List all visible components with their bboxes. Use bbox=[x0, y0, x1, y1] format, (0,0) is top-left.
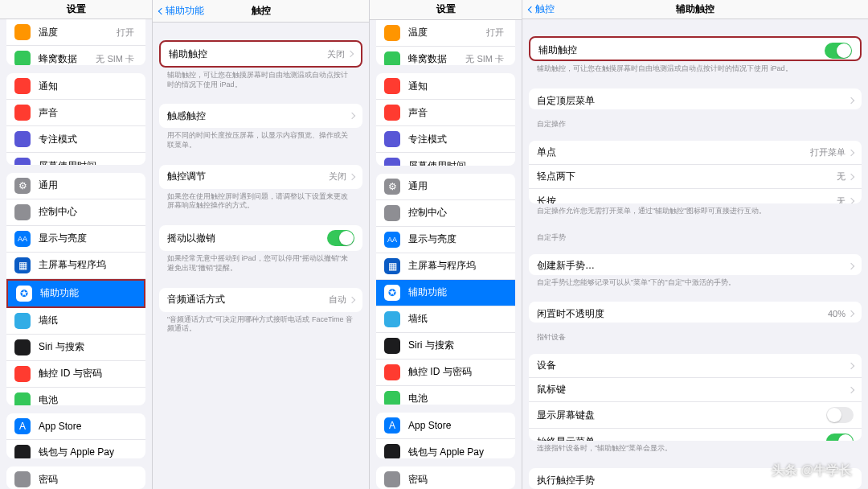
chevron-right-icon bbox=[848, 362, 854, 368]
row-control-center[interactable]: 控制中心 bbox=[6, 199, 145, 226]
row-temp[interactable]: 温度打开 bbox=[6, 19, 145, 46]
shake-toggle[interactable] bbox=[327, 230, 354, 246]
row-cellular[interactable]: 蜂窝数据无 SIM 卡 bbox=[376, 47, 515, 66]
back-button[interactable]: 辅助功能 bbox=[159, 4, 204, 18]
gear-icon: ⚙ bbox=[384, 179, 400, 195]
chevron-right-icon bbox=[349, 296, 355, 302]
back-button[interactable]: 触控 bbox=[529, 2, 555, 16]
chevron-right-icon bbox=[848, 173, 854, 179]
group-general: ⚙通用 控制中心 AA显示与亮度 ▦主屏幕与程序坞 ✪辅助功能 墙纸 Siri … bbox=[6, 173, 145, 405]
row-home[interactable]: ▦主屏幕与程序坞 bbox=[376, 253, 515, 280]
row-notifications[interactable]: 通知 bbox=[6, 73, 145, 100]
row-sound[interactable]: 声音 bbox=[376, 100, 515, 126]
row-shake-undo[interactable]: 摇动以撤销 bbox=[159, 225, 362, 251]
row-assistive-touch[interactable]: 辅助触控关闭 bbox=[161, 42, 361, 66]
row-battery[interactable]: 电池 bbox=[6, 388, 145, 405]
row-notifications[interactable]: 通知 bbox=[376, 73, 515, 100]
row-siri[interactable]: Siri 与搜索 bbox=[6, 335, 145, 361]
detail-header-1: 辅助功能 触控 bbox=[153, 0, 369, 23]
row-password[interactable]: 密码 bbox=[376, 466, 515, 489]
row-screentime[interactable]: 屏幕使用时间 bbox=[376, 153, 515, 165]
wallpaper-icon bbox=[384, 311, 400, 327]
siri-icon bbox=[384, 338, 400, 354]
row-accessibility[interactable]: ✪辅助功能 bbox=[6, 279, 145, 308]
sidebar-header: 设置 bbox=[370, 0, 522, 20]
row-focus[interactable]: 专注模式 bbox=[376, 126, 515, 153]
row-wallpaper[interactable]: 墙纸 bbox=[376, 306, 515, 333]
row-double-tap[interactable]: 轻点两下无 bbox=[529, 165, 862, 189]
focus-icon bbox=[14, 131, 31, 147]
row-siri[interactable]: Siri 与搜索 bbox=[376, 333, 515, 360]
group-pointer: 设备 鼠标键 显示屏幕键盘 始终显示菜单 bbox=[529, 354, 862, 441]
always-show-toggle[interactable] bbox=[826, 434, 854, 441]
row-touchid[interactable]: 触控 ID 与密码 bbox=[376, 360, 515, 386]
row-haptic[interactable]: 触感触控 bbox=[159, 104, 362, 128]
control-icon bbox=[14, 204, 31, 220]
row-appstore[interactable]: AApp Store bbox=[376, 413, 515, 439]
footnote-1: 辅助触控，可让您在触摸屏幕时自由地测温或自动点按计时的情况下使用 iPad。 bbox=[153, 68, 369, 96]
page-title: 辅助触控 bbox=[676, 2, 714, 16]
detail-header-2: 触控 辅助触控 bbox=[522, 0, 868, 19]
row-temp[interactable]: 温度打开 bbox=[376, 20, 515, 47]
row-focus[interactable]: 专注模式 bbox=[6, 126, 145, 153]
siri-icon bbox=[14, 339, 31, 355]
row-top-menu[interactable]: 自定顶层菜单 bbox=[529, 88, 862, 109]
row-general[interactable]: ⚙通用 bbox=[376, 174, 515, 200]
gear-icon: ⚙ bbox=[14, 178, 31, 194]
row-home[interactable]: ▦主屏幕与程序坞 bbox=[6, 253, 145, 279]
touchid-icon bbox=[384, 364, 400, 380]
battery-icon bbox=[384, 391, 400, 405]
row-touch-accom[interactable]: 触控调节关闭 bbox=[159, 165, 362, 189]
row-mouse-keys[interactable]: 鼠标键 bbox=[529, 378, 862, 402]
cellular-icon bbox=[384, 51, 400, 66]
assistive-toggle[interactable] bbox=[825, 43, 852, 59]
group-password: 密码 bbox=[6, 466, 145, 489]
row-display[interactable]: AA显示与亮度 bbox=[6, 226, 145, 253]
detail-assistive: 触控 辅助触控 辅助触控 辅助触控，可让您在触摸屏幕时自由地测温或自动点按计时的… bbox=[522, 0, 868, 489]
row-device[interactable]: 设备 bbox=[529, 354, 862, 378]
footnote-5: "音频通话方式"可决定用哪种方式接听电话或 FaceTime 音频通话。 bbox=[153, 312, 369, 340]
row-touchid[interactable]: 触控 ID 与密码 bbox=[6, 361, 145, 388]
chevron-right-icon bbox=[848, 262, 854, 269]
assistive-toggle-highlight: 辅助触控 bbox=[529, 36, 862, 62]
row-general[interactable]: ⚙通用 bbox=[6, 173, 145, 199]
password-icon bbox=[14, 471, 31, 487]
group-actions: 单点打开菜单 轻点两下无 长按无 bbox=[529, 141, 862, 203]
row-accessibility[interactable]: ✪辅助功能 bbox=[376, 280, 515, 306]
group-alerts: 通知 声音 专注模式 屏幕使用时间 bbox=[376, 73, 515, 165]
sound-icon bbox=[14, 105, 31, 121]
row-battery[interactable]: 电池 bbox=[376, 386, 515, 405]
chevron-right-icon bbox=[848, 149, 854, 155]
row-sound[interactable]: 声音 bbox=[6, 100, 145, 126]
sidebar-left-2: 设置 温度打开 蜂窝数据无 SIM 卡 通知 声音 专注模式 屏幕使用时间 ⚙通… bbox=[370, 0, 522, 489]
row-display[interactable]: AA显示与亮度 bbox=[376, 227, 515, 253]
row-cellular[interactable]: 蜂窝数据无 SIM 卡 bbox=[6, 46, 145, 65]
row-wallpaper[interactable]: 墙纸 bbox=[6, 308, 145, 335]
footnote-pointer: 连接指针设备时，"辅助触控"菜单会显示。 bbox=[522, 441, 868, 460]
keyboard-toggle[interactable] bbox=[826, 407, 854, 423]
notification-icon bbox=[384, 78, 400, 94]
sidebar-header: 设置 bbox=[0, 0, 152, 19]
chevron-right-icon bbox=[347, 51, 354, 57]
row-idle-opacity[interactable]: 闲置时不透明度40% bbox=[529, 302, 862, 323]
notification-icon bbox=[14, 78, 31, 94]
row-long-press[interactable]: 长按无 bbox=[529, 189, 862, 203]
screentime-icon bbox=[14, 158, 31, 165]
row-single-tap[interactable]: 单点打开菜单 bbox=[529, 141, 862, 165]
control-icon bbox=[384, 205, 400, 221]
touchid-icon bbox=[14, 366, 31, 382]
focus-icon bbox=[384, 131, 400, 147]
row-screentime[interactable]: 屏幕使用时间 bbox=[6, 153, 145, 165]
row-new-gesture[interactable]: 创建新手势… bbox=[529, 254, 862, 275]
row-appstore[interactable]: AApp Store bbox=[6, 413, 145, 440]
display-icon: AA bbox=[384, 232, 400, 248]
group-store: AApp Store 钱包与 Apple Pay bbox=[376, 413, 515, 458]
chevron-right-icon bbox=[848, 97, 854, 104]
row-password[interactable]: 密码 bbox=[6, 466, 145, 489]
appstore-icon: A bbox=[14, 418, 31, 434]
row-audio-call[interactable]: 音频通话方式自动 bbox=[159, 288, 362, 312]
row-wallet[interactable]: 钱包与 Apple Pay bbox=[6, 440, 145, 459]
row-wallet[interactable]: 钱包与 Apple Pay bbox=[376, 439, 515, 458]
row-control-center[interactable]: 控制中心 bbox=[376, 200, 515, 227]
wallet-icon bbox=[384, 444, 400, 458]
